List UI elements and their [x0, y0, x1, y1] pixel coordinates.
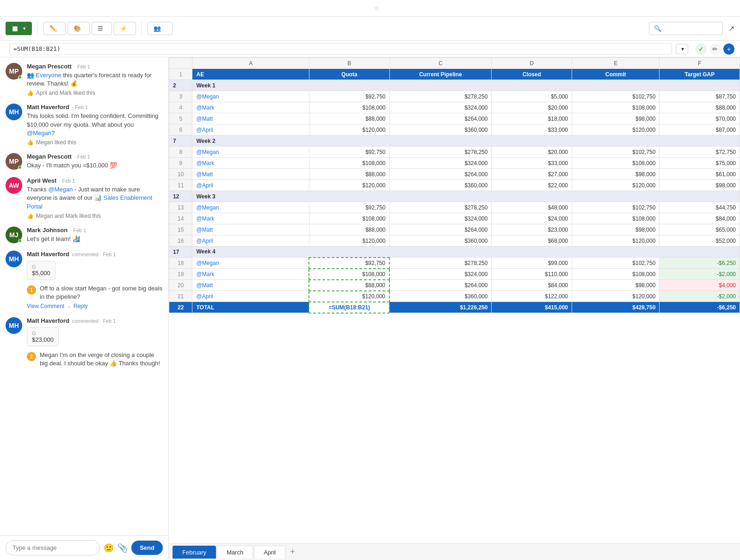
commit-cell[interactable]: $108,000 — [572, 102, 660, 113]
pipeline-cell[interactable]: $278,250 — [389, 202, 492, 213]
formula-check-icon[interactable]: ✓ — [696, 43, 707, 55]
closed-cell[interactable]: $84,000 — [492, 280, 572, 291]
export-icon[interactable]: ↗ — [728, 24, 734, 33]
closed-cell[interactable]: $27,000 — [492, 169, 572, 180]
closed-cell[interactable]: $23,000 — [492, 224, 572, 235]
closed-cell[interactable]: $24,000 — [492, 213, 572, 224]
pipeline-cell[interactable]: $360,000 — [389, 180, 492, 191]
gap-cell[interactable]: $65,000 — [660, 224, 740, 235]
format-button[interactable]: 🎨 — [68, 22, 90, 35]
pipeline-cell[interactable]: $360,000 — [389, 235, 492, 246]
formula-pencil-icon[interactable]: ✏ — [709, 43, 721, 55]
quota-cell[interactable]: $108,000 — [309, 102, 389, 113]
closed-cell[interactable]: $20,000 — [492, 147, 572, 158]
closed-cell[interactable]: $110,000 — [492, 269, 572, 280]
ae-cell[interactable]: @April — [192, 124, 309, 135]
ae-cell[interactable]: @Mark — [192, 102, 309, 113]
commit-cell[interactable]: $102,750 — [572, 258, 660, 269]
portal-link[interactable]: Sales Enablement Portal — [27, 194, 152, 209]
pipeline-cell[interactable]: $360,000 — [389, 124, 492, 135]
gap-cell[interactable]: -$2,000 — [660, 269, 740, 280]
tab-april[interactable]: April — [254, 546, 285, 559]
commit-cell[interactable]: $108,000 — [572, 269, 660, 280]
formula-add-icon[interactable]: + — [723, 43, 734, 55]
gap-cell[interactable]: -$2,000 — [660, 291, 740, 302]
add-sheet-button[interactable]: + — [286, 545, 299, 559]
closed-cell[interactable]: $68,000 — [492, 235, 572, 246]
message-input[interactable] — [6, 540, 100, 555]
gap-cell[interactable]: $44,750 — [660, 202, 740, 213]
pipeline-cell[interactable]: $278,250 — [389, 91, 492, 102]
formula-input[interactable] — [9, 43, 672, 55]
commit-cell[interactable]: $98,000 — [572, 113, 660, 124]
quota-cell[interactable]: $88,000 — [309, 280, 389, 291]
closed-cell[interactable]: $99,000 — [492, 258, 572, 269]
reply-link[interactable]: Reply — [74, 303, 88, 310]
share-button[interactable]: 👥 — [148, 22, 173, 35]
commit-cell[interactable]: $98,000 — [572, 169, 660, 180]
closed-cell[interactable]: $33,000 — [492, 124, 572, 135]
emoji-icon[interactable]: 🙂 — [104, 543, 114, 553]
sheet-table-wrap[interactable]: A B C D E F 1 AE Quota Current Pipeline … — [169, 57, 740, 543]
gap-cell[interactable]: $88,000 — [660, 102, 740, 113]
gap-cell[interactable]: -$6,250 — [660, 258, 740, 269]
col-b-header[interactable]: B — [309, 58, 389, 69]
gap-cell[interactable]: $98,000 — [660, 180, 740, 191]
ae-cell[interactable]: @Matt — [192, 224, 309, 235]
ae-cell[interactable]: @April — [192, 235, 309, 246]
commit-cell[interactable]: $102,750 — [572, 202, 660, 213]
closed-cell[interactable]: $5,000 — [492, 91, 572, 102]
closed-cell[interactable]: $33,000 — [492, 158, 572, 169]
data-button[interactable]: ⚡ — [114, 22, 136, 35]
tab-february[interactable]: February — [173, 546, 216, 559]
quota-cell[interactable]: $92,750 — [309, 258, 389, 269]
pipeline-cell[interactable]: $324,000 — [389, 269, 492, 280]
ae-cell[interactable]: @Megan — [192, 91, 309, 102]
quota-cell[interactable]: $92,750 — [309, 202, 389, 213]
gap-cell[interactable]: $87,750 — [660, 91, 740, 102]
ae-cell[interactable]: @April — [192, 180, 309, 191]
gap-cell[interactable]: $4,000 — [660, 280, 740, 291]
attach-icon[interactable]: 📎 — [117, 543, 128, 553]
commit-cell[interactable]: $120,000 — [572, 124, 660, 135]
view-comment-link[interactable]: View Comment — [27, 303, 64, 310]
pipeline-cell[interactable]: $360,000 — [389, 291, 492, 302]
gap-cell[interactable]: $70,000 — [660, 113, 740, 124]
pipeline-cell[interactable]: $278,250 — [389, 258, 492, 269]
col-c-header[interactable]: C — [389, 58, 492, 69]
pipeline-cell[interactable]: $264,000 — [389, 169, 492, 180]
ae-cell[interactable]: @April — [192, 291, 309, 302]
pipeline-cell[interactable]: $264,000 — [389, 224, 492, 235]
commit-cell[interactable]: $108,000 — [572, 213, 660, 224]
col-f-header[interactable]: F — [660, 58, 740, 69]
commit-cell[interactable]: $102,750 — [572, 147, 660, 158]
closed-cell[interactable]: $18,000 — [492, 113, 572, 124]
closed-cell[interactable]: $22,000 — [492, 180, 572, 191]
quota-cell[interactable]: $120,000 — [309, 235, 389, 246]
ae-cell[interactable]: @Mark — [192, 213, 309, 224]
quota-cell[interactable]: $108,000 — [309, 158, 389, 169]
closed-cell[interactable]: $122,000 — [492, 291, 572, 302]
commit-cell[interactable]: $98,000 — [572, 280, 660, 291]
ae-cell[interactable]: @Megan — [192, 147, 309, 158]
quota-cell[interactable]: $108,000 — [309, 213, 389, 224]
gap-cell[interactable]: $72,750 — [660, 147, 740, 158]
currency-badge[interactable]: ▾ — [676, 44, 688, 54]
commit-cell[interactable]: $120,000 — [572, 291, 660, 302]
pipeline-cell[interactable]: $264,000 — [389, 280, 492, 291]
ae-cell[interactable]: @Matt — [192, 169, 309, 180]
quota-cell[interactable]: $92,750 — [309, 147, 389, 158]
gap-cell[interactable]: $75,000 — [660, 158, 740, 169]
quota-cell[interactable]: $88,000 — [309, 224, 389, 235]
quota-cell[interactable]: $120,000 — [309, 291, 389, 302]
quota-cell[interactable]: $88,000 — [309, 113, 389, 124]
tab-march[interactable]: March — [217, 546, 253, 559]
ae-cell[interactable]: @Megan — [192, 258, 309, 269]
pipeline-cell[interactable]: $278,250 — [389, 147, 492, 158]
pipeline-cell[interactable]: $324,000 — [389, 158, 492, 169]
commit-cell[interactable]: $102,750 — [572, 91, 660, 102]
gap-cell[interactable]: $87,000 — [660, 124, 740, 135]
ae-cell[interactable]: @Mark — [192, 269, 309, 280]
ae-cell[interactable]: @Mark — [192, 158, 309, 169]
quota-cell[interactable]: $108,000 — [309, 269, 389, 280]
